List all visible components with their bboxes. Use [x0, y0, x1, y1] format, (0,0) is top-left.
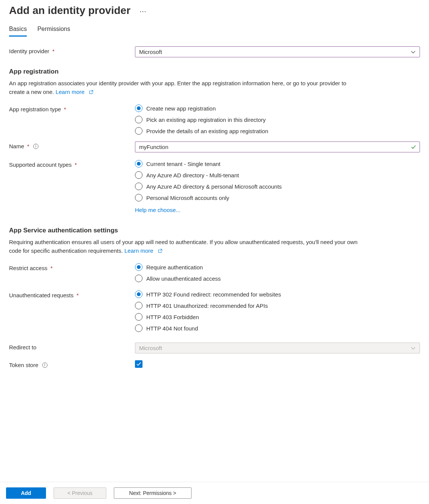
radio-label: Allow unauthenticated access: [146, 275, 221, 282]
radio-label: HTTP 401 Unauthorized: recommended for A…: [146, 303, 268, 309]
restrict-access-group: Require authentication Allow unauthentic…: [135, 263, 420, 282]
radio-http-302[interactable]: HTTP 302 Found redirect: recommended for…: [135, 290, 420, 298]
radio-icon: [135, 104, 142, 112]
app-registration-heading: App registration: [9, 68, 420, 75]
app-registration-type-label: App registration type*: [9, 104, 135, 112]
tab-basics[interactable]: Basics: [9, 26, 27, 37]
required-asterisk: *: [52, 48, 55, 54]
radio-label: Any Azure AD directory & personal Micros…: [146, 183, 282, 190]
restrict-access-label: Restrict access*: [9, 263, 135, 271]
radio-label: Current tenant - Single tenant: [146, 161, 221, 167]
page-title: Add an identity provider: [9, 5, 130, 17]
radio-icon: [135, 183, 142, 190]
radio-personal-only[interactable]: Personal Microsoft accounts only: [135, 194, 420, 201]
footer: Add < Previous Next: Permissions >: [0, 482, 429, 504]
radio-icon: [135, 302, 142, 309]
radio-icon: [135, 324, 142, 332]
learn-more-text: Learn more: [124, 247, 153, 255]
identity-provider-value: Microsoft: [139, 49, 162, 55]
identity-provider-label: Identity provider*: [9, 46, 135, 54]
info-icon[interactable]: i: [42, 363, 47, 368]
required-asterisk: *: [64, 106, 66, 112]
app-registration-desc: An app registration associates your iden…: [9, 79, 363, 96]
unauthenticated-requests-label-text: Unauthenticated requests: [9, 292, 74, 298]
radio-label: Provide the details of an existing app r…: [146, 128, 268, 134]
radio-icon: [135, 171, 142, 179]
radio-multi-tenant[interactable]: Any Azure AD directory - Multi-tenant: [135, 171, 420, 179]
radio-icon: [135, 116, 142, 123]
radio-icon: [135, 275, 142, 282]
radio-http-401[interactable]: HTTP 401 Unauthorized: recommended for A…: [135, 302, 420, 309]
unauthenticated-requests-label: Unauthenticated requests*: [9, 290, 135, 298]
name-label: Name* i: [9, 141, 135, 149]
token-store-checkbox[interactable]: [135, 360, 142, 368]
add-button[interactable]: Add: [6, 487, 46, 499]
radio-icon: [135, 127, 142, 135]
radio-label: Create new app registration: [146, 105, 216, 112]
name-input[interactable]: [135, 141, 420, 152]
radio-label: Personal Microsoft accounts only: [146, 195, 229, 201]
previous-button: < Previous: [54, 487, 106, 499]
supported-account-types-label-text: Supported account types: [9, 161, 72, 168]
radio-http-404[interactable]: HTTP 404 Not found: [135, 324, 420, 332]
radio-label: Any Azure AD directory - Multi-tenant: [146, 172, 239, 178]
tabs: Basics Permissions: [9, 26, 420, 37]
radio-pick-existing-registration[interactable]: Pick an existing app registration in thi…: [135, 116, 420, 123]
radio-allow-unauthenticated[interactable]: Allow unauthenticated access: [135, 275, 420, 282]
radio-require-auth[interactable]: Require authentication: [135, 263, 420, 271]
radio-label: Pick an existing app registration in thi…: [146, 117, 266, 123]
auth-settings-desc: Requiring authentication ensures all use…: [9, 238, 363, 255]
radio-label: HTTP 302 Found redirect: recommended for…: [146, 291, 281, 298]
radio-label: Require authentication: [146, 264, 203, 270]
chevron-down-icon: [411, 346, 416, 351]
radio-create-new-registration[interactable]: Create new app registration: [135, 104, 420, 112]
redirect-to-select: Microsoft: [135, 343, 420, 353]
radio-multi-tenant-personal[interactable]: Any Azure AD directory & personal Micros…: [135, 183, 420, 190]
next-permissions-button[interactable]: Next: Permissions >: [114, 487, 192, 499]
required-asterisk: *: [51, 265, 53, 271]
name-label-text: Name: [9, 143, 24, 149]
supported-account-types-label: Supported account types*: [9, 160, 135, 168]
app-registration-learn-more-link[interactable]: Learn more: [55, 88, 93, 97]
help-me-choose-link[interactable]: Help me choose...: [135, 207, 181, 213]
radio-icon: [135, 194, 142, 201]
redirect-to-label: Redirect to: [9, 343, 135, 350]
restrict-access-label-text: Restrict access: [9, 265, 47, 271]
app-registration-type-label-text: App registration type: [9, 106, 61, 112]
required-asterisk: *: [27, 143, 29, 149]
required-asterisk: *: [77, 292, 79, 298]
identity-provider-select[interactable]: Microsoft: [135, 46, 420, 57]
auth-settings-desc-text: Requiring authentication ensures all use…: [9, 239, 357, 254]
redirect-to-label-text: Redirect to: [9, 344, 37, 350]
token-store-label: Token store i: [9, 360, 135, 368]
external-link-icon: [158, 249, 162, 253]
more-options-button[interactable]: ⋯: [139, 8, 146, 15]
tab-permissions[interactable]: Permissions: [37, 26, 70, 37]
identity-provider-label-text: Identity provider: [9, 48, 49, 54]
radio-http-403[interactable]: HTTP 403 Forbidden: [135, 313, 420, 321]
auth-settings-heading: App Service authentication settings: [9, 227, 420, 234]
external-link-icon: [89, 90, 93, 94]
app-registration-type-group: Create new app registration Pick an exis…: [135, 104, 420, 135]
info-icon[interactable]: i: [33, 144, 38, 149]
radio-provide-details[interactable]: Provide the details of an existing app r…: [135, 127, 420, 135]
radio-icon: [135, 290, 142, 298]
radio-icon: [135, 263, 142, 271]
radio-icon: [135, 313, 142, 321]
chevron-down-icon: [411, 49, 416, 55]
required-asterisk: *: [75, 161, 77, 168]
radio-icon: [135, 160, 142, 167]
check-icon: [411, 144, 416, 150]
learn-more-text: Learn more: [55, 88, 84, 97]
token-store-label-text: Token store: [9, 362, 38, 368]
unauthenticated-requests-group: HTTP 302 Found redirect: recommended for…: [135, 290, 420, 332]
radio-label: HTTP 403 Forbidden: [146, 314, 199, 320]
radio-label: HTTP 404 Not found: [146, 325, 198, 332]
supported-account-types-group: Current tenant - Single tenant Any Azure…: [135, 160, 420, 201]
auth-settings-learn-more-link[interactable]: Learn more: [124, 247, 162, 255]
radio-single-tenant[interactable]: Current tenant - Single tenant: [135, 160, 420, 167]
redirect-to-value: Microsoft: [139, 345, 162, 351]
